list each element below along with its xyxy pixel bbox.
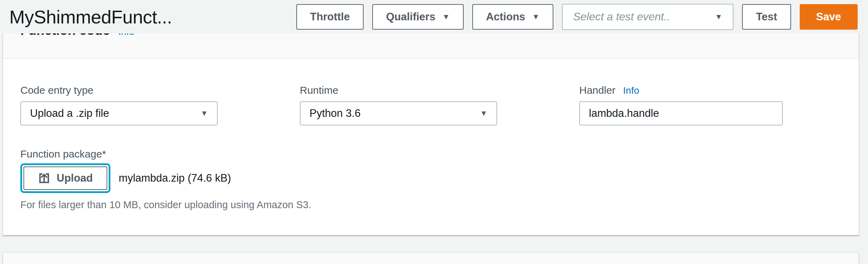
upload-helper-text: For files larger than 10 MB, consider up… — [20, 199, 841, 211]
runtime-select[interactable]: Python 3.6 ▼ — [300, 101, 497, 125]
function-code-card: Function code Info Code entry type Uploa… — [3, 14, 859, 235]
throttle-button[interactable]: Throttle — [296, 4, 364, 30]
code-entry-type-select[interactable]: Upload a .zip file ▼ — [20, 101, 218, 125]
test-button-label: Test — [756, 11, 777, 23]
handler-group: Handler Info — [579, 84, 841, 125]
save-button[interactable]: Save — [800, 4, 858, 30]
handler-label: Handler — [579, 84, 615, 96]
runtime-value: Python 3.6 — [309, 107, 361, 120]
runtime-group: Runtime Python 3.6 ▼ — [300, 84, 579, 125]
chevron-down-icon: ▼ — [715, 13, 722, 21]
qualifiers-button-label: Qualifiers — [386, 11, 435, 23]
handler-info-link[interactable]: Info — [623, 85, 639, 96]
chevron-down-icon: ▼ — [532, 13, 540, 21]
save-button-label: Save — [816, 11, 841, 23]
actions-button-label: Actions — [486, 11, 525, 23]
chevron-down-icon: ▼ — [442, 13, 450, 21]
chevron-down-icon: ▼ — [200, 110, 208, 117]
test-event-placeholder: Select a test event.. — [573, 10, 670, 23]
function-package-label: Function package* — [20, 148, 841, 160]
upload-button-label: Upload — [57, 172, 93, 184]
code-entry-type-group: Code entry type Upload a .zip file ▼ — [20, 84, 300, 125]
topbar-actions: Throttle Qualifiers ▼ Actions ▼ Select a… — [296, 4, 858, 30]
page-title: MyShimmedFunct... — [9, 6, 172, 28]
code-entry-type-label: Code entry type — [20, 84, 300, 96]
upload-icon — [38, 172, 50, 184]
upload-row: Upload mylambda.zip (74.6 kB) — [20, 163, 841, 193]
uploaded-file-info: mylambda.zip (74.6 kB) — [119, 172, 231, 184]
function-code-card-body: Code entry type Upload a .zip file ▼ Run… — [3, 59, 859, 211]
test-event-select[interactable]: Select a test event.. ▼ — [562, 4, 733, 30]
code-settings-row: Code entry type Upload a .zip file ▼ Run… — [20, 84, 841, 125]
topbar: MyShimmedFunct... Throttle Qualifiers ▼ … — [0, 0, 868, 33]
lambda-console-page: Function code Info Code entry type Uploa… — [0, 0, 868, 264]
upload-button[interactable]: Upload — [23, 166, 107, 190]
code-entry-type-value: Upload a .zip file — [30, 107, 109, 120]
throttle-button-label: Throttle — [310, 11, 350, 23]
test-button[interactable]: Test — [742, 4, 791, 30]
upload-button-focus-ring: Upload — [20, 163, 110, 193]
next-section-card — [3, 252, 859, 264]
actions-button[interactable]: Actions ▼ — [472, 4, 553, 30]
chevron-down-icon: ▼ — [480, 110, 487, 117]
handler-input[interactable] — [579, 101, 783, 125]
qualifiers-button[interactable]: Qualifiers ▼ — [372, 4, 464, 30]
runtime-label: Runtime — [300, 84, 579, 96]
